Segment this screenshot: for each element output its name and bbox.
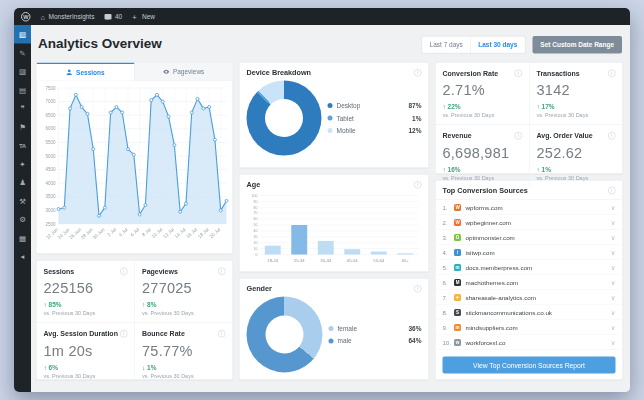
stage: MonsterInsights 40 New ▧✎▨▤❞⚑TA✦♟⚒⚙▦◂ An… — [0, 0, 644, 400]
device-legend: Desktop87%Tablet1%Mobile12% — [328, 97, 422, 140]
chevron-down-icon[interactable] — [611, 279, 616, 287]
svg-text:18-24: 18-24 — [267, 258, 279, 263]
settings-icon[interactable]: ⚙ — [14, 210, 31, 229]
source-row[interactable]: 2.Wwpbeginner.com — [436, 215, 623, 230]
dashboard-icon[interactable]: ▧ — [14, 25, 31, 44]
site-name-label: MonsterInsights — [49, 13, 95, 21]
chevron-down-icon[interactable] — [611, 324, 616, 332]
browser-window: MonsterInsights 40 New ▧✎▨▤❞⚑TA✦♟⚒⚙▦◂ An… — [14, 8, 630, 392]
source-row[interactable]: 5.mdocs.memberpress.com — [436, 260, 623, 275]
svg-text:7000: 7000 — [45, 99, 56, 104]
chevron-down-icon[interactable] — [611, 309, 616, 317]
legend-label: female — [338, 325, 358, 333]
svg-text:20: 20 — [254, 241, 258, 245]
metric-change: ↑ 6% — [44, 364, 128, 372]
svg-text:14 Jul: 14 Jul — [174, 227, 187, 239]
tab-pageviews[interactable]: Pageviews — [134, 63, 232, 81]
info-icon[interactable] — [414, 181, 422, 189]
range-button-last-30-days[interactable]: Last 30 days — [470, 37, 525, 54]
sessions-chart[interactable]: 2500300035004000450050005500600065007000… — [37, 81, 233, 254]
chevron-down-icon[interactable] — [611, 264, 616, 272]
media-icon[interactable]: ▨ — [14, 62, 31, 81]
legend-row: Mobile12% — [328, 127, 422, 135]
svg-text:35-44: 35-44 — [320, 258, 332, 263]
metric-card-bounce-rate: Bounce Rate75.77%↓ 1%vs. Previous 30 Day… — [135, 323, 233, 386]
chevron-down-icon[interactable] — [611, 249, 616, 257]
device-donut-chart[interactable] — [247, 81, 322, 156]
collapse-icon[interactable]: ◂ — [14, 247, 31, 266]
info-icon[interactable] — [608, 69, 616, 77]
wordpress-logo-icon[interactable] — [21, 12, 31, 22]
info-icon[interactable] — [120, 330, 128, 338]
tab-sessions[interactable]: Sessions — [37, 63, 135, 81]
set-custom-date-range-button[interactable]: Set Custom Date Range — [532, 36, 622, 54]
metric-value: 75.77% — [142, 343, 226, 360]
chevron-down-icon[interactable] — [611, 234, 616, 242]
pages-icon[interactable]: ▤ — [14, 81, 31, 100]
legend-label: Mobile — [337, 127, 356, 135]
new-content-link[interactable]: New — [132, 12, 155, 21]
ta-icon[interactable]: TA — [14, 136, 31, 155]
range-button-last-7-days[interactable]: Last 7 days — [422, 37, 470, 54]
source-row[interactable]: 3.Ooptinmonster.com — [436, 230, 623, 245]
metric-card-revenue: Revenue6,698,981↑ 16%vs. Previous 30 Day… — [436, 125, 530, 188]
view-sources-report-button[interactable]: View Top Conversion Sources Report — [443, 357, 616, 374]
svg-text:2 Jul: 2 Jul — [106, 227, 117, 237]
svg-text:100: 100 — [252, 194, 258, 198]
source-row[interactable]: 9.mmindsuppliers.com — [436, 320, 623, 335]
favicon: i — [454, 249, 461, 256]
metric-card-sessions: Sessions225156↑ 85%vs. Previous 30 Days — [37, 261, 135, 323]
info-icon[interactable] — [515, 132, 523, 140]
page-title: Analytics Overview — [38, 36, 162, 52]
info-icon[interactable] — [218, 267, 226, 275]
plugins-icon[interactable]: ✦ — [14, 155, 31, 174]
comments-icon[interactable]: ❞ — [14, 99, 31, 118]
comments-link[interactable]: 40 — [104, 13, 122, 21]
svg-text:0: 0 — [256, 253, 258, 257]
metric-change: ↑ 16% — [443, 166, 523, 174]
source-row[interactable]: 6.Mmachothemes.com — [436, 275, 623, 290]
metric-title: Bounce Rate — [142, 330, 185, 338]
info-icon[interactable] — [608, 186, 616, 194]
source-row[interactable]: 8.Sstickmancommunications.co.uk — [436, 305, 623, 320]
source-row[interactable]: 1.Wwpforms.com — [436, 200, 623, 215]
metric-title: Revenue — [443, 132, 472, 140]
page-header: Analytics Overview Last 7 daysLast 30 da… — [36, 32, 625, 62]
favicon: W — [454, 204, 461, 211]
site-name-link[interactable]: MonsterInsights — [41, 12, 95, 21]
metric-card-transactions: Transactions3142↑ 17%vs. Previous 30 Day… — [529, 63, 623, 125]
svg-text:24 Jun: 24 Jun — [57, 227, 71, 240]
info-icon[interactable] — [218, 330, 226, 338]
tools-icon[interactable]: ⚒ — [14, 192, 31, 211]
svg-text:8 Jul: 8 Jul — [141, 227, 152, 237]
info-icon[interactable] — [120, 267, 128, 275]
info-icon[interactable] — [515, 69, 523, 77]
person-icon — [66, 69, 73, 76]
donut-hole — [266, 316, 304, 354]
source-row[interactable]: 4.iisitwp.com — [436, 245, 623, 260]
legend-value: 87% — [408, 102, 421, 110]
source-row[interactable]: 7.✶shareasale-analytics.com — [436, 290, 623, 305]
age-bar-chart[interactable]: 010203040506070809010018-2425-3435-4445-… — [247, 192, 423, 265]
chevron-down-icon[interactable] — [611, 339, 616, 347]
chevron-down-icon[interactable] — [611, 204, 616, 212]
ecommerce-metrics: Conversion Rate2.71%↑ 22%vs. Previous 30… — [435, 62, 623, 174]
posts-icon[interactable]: ✎ — [14, 44, 31, 63]
chevron-down-icon[interactable] — [611, 294, 616, 302]
info-icon[interactable] — [414, 285, 422, 293]
info-icon[interactable] — [608, 132, 616, 140]
legend-value: 36% — [408, 325, 421, 333]
gender-title: Gender — [247, 285, 272, 293]
tab-pageviews-label: Pageviews — [173, 68, 204, 76]
source-row[interactable]: 10.wworkforcexl.co — [436, 335, 623, 350]
insights-icon[interactable]: ▦ — [14, 229, 31, 248]
legend-dot — [328, 116, 333, 121]
appearance-icon[interactable]: ⚑ — [14, 118, 31, 137]
metric-card-avg-session-duration: Avg. Session Duration1m 20s↑ 6%vs. Previ… — [37, 323, 135, 386]
metric-change: ↑ 85% — [44, 301, 128, 309]
gender-donut-chart[interactable] — [247, 297, 323, 373]
legend-value: 1% — [412, 114, 421, 122]
info-icon[interactable] — [414, 69, 422, 77]
chevron-down-icon[interactable] — [611, 219, 616, 227]
users-icon[interactable]: ♟ — [14, 173, 31, 192]
